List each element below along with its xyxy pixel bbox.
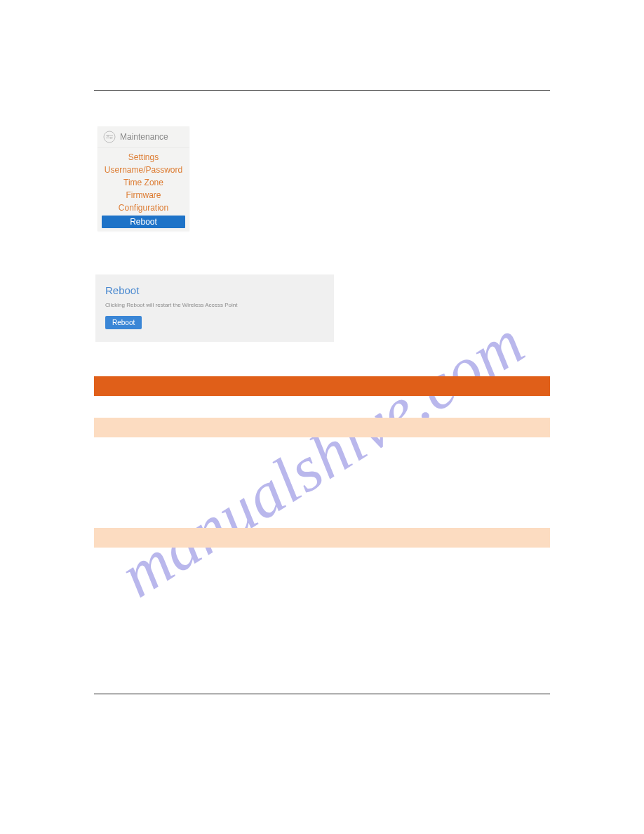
sidebar-item-configuration[interactable]: Configuration bbox=[98, 201, 189, 214]
sidebar-item-reboot[interactable]: Reboot bbox=[102, 216, 185, 228]
svg-point-0 bbox=[104, 131, 115, 143]
section-bar-dark bbox=[94, 376, 550, 396]
maintenance-icon bbox=[103, 131, 116, 143]
horizontal-rule-top bbox=[94, 90, 550, 91]
section-bar-light-1 bbox=[94, 418, 550, 437]
sidebar-item-firmware[interactable]: Firmware bbox=[98, 189, 189, 201]
svg-point-3 bbox=[107, 135, 109, 136]
section-bar-light-2 bbox=[94, 528, 550, 548]
maintenance-header: Maintenance bbox=[98, 126, 189, 148]
watermark-text: manualshive.com bbox=[107, 305, 537, 613]
maintenance-sidebar: Maintenance Settings Username/Password T… bbox=[98, 126, 189, 231]
reboot-panel-description: Clicking Reboot will restart the Wireles… bbox=[105, 302, 324, 308]
reboot-panel: Reboot Clicking Reboot will restart the … bbox=[95, 274, 334, 342]
reboot-button[interactable]: Reboot bbox=[105, 316, 142, 329]
reboot-panel-title: Reboot bbox=[105, 284, 324, 296]
horizontal-rule-bottom bbox=[94, 694, 550, 694]
maintenance-title: Maintenance bbox=[120, 132, 168, 142]
svg-point-4 bbox=[110, 137, 112, 138]
document-page: manualshive.com Maintenance Settings Use… bbox=[0, 0, 644, 834]
sidebar-item-time-zone[interactable]: Time Zone bbox=[98, 176, 189, 189]
maintenance-menu: Settings Username/Password Time Zone Fir… bbox=[98, 148, 189, 228]
sidebar-item-settings[interactable]: Settings bbox=[98, 151, 189, 164]
sidebar-item-username-password[interactable]: Username/Password bbox=[98, 164, 189, 176]
